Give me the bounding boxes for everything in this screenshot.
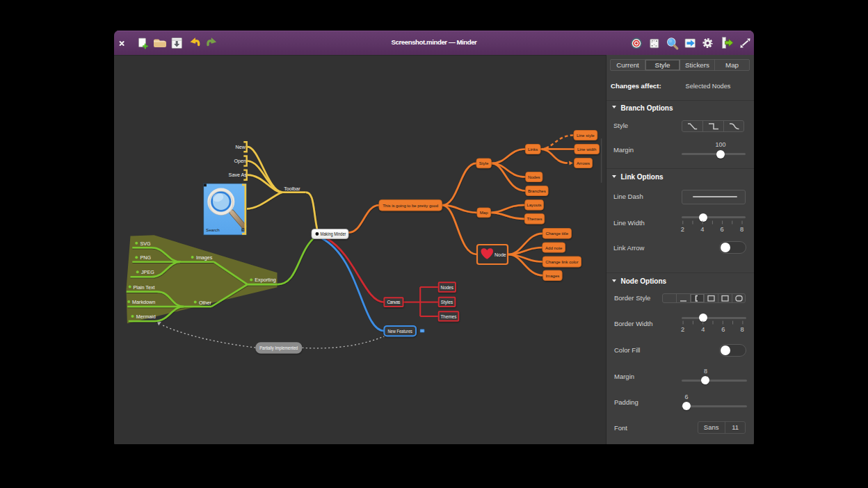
svg-text:Change title: Change title [546, 231, 569, 236]
svg-text:Making Minder: Making Minder [321, 231, 347, 237]
svg-text:JPEG: JPEG [141, 269, 154, 275]
svg-text:This is going to be pretty goo: This is going to be pretty good [383, 203, 439, 208]
svg-text:Other: Other [199, 300, 212, 306]
svg-text:Toolbar: Toolbar [284, 186, 300, 192]
svg-text:Map: Map [480, 210, 488, 215]
svg-text:Nodes: Nodes [441, 285, 453, 290]
svg-text:Nodes: Nodes [528, 174, 540, 179]
svg-text:Images: Images [545, 273, 559, 278]
svg-text:Images: Images [196, 254, 213, 261]
svg-text:SVG: SVG [140, 241, 152, 247]
svg-text:Mermaid: Mermaid [136, 314, 156, 320]
svg-text:Canvas: Canvas [387, 300, 401, 304]
svg-text:Branches: Branches [528, 188, 546, 193]
svg-text:Style: Style [479, 161, 489, 165]
svg-text:Styles: Styles [441, 300, 453, 305]
svg-text:Search: Search [206, 227, 220, 232]
svg-text:Themes: Themes [527, 216, 542, 221]
svg-text:New Features: New Features [387, 329, 412, 334]
svg-text:Open: Open [234, 158, 247, 164]
svg-text:Change link color: Change link color [545, 259, 578, 264]
svg-text:Plain Text: Plain Text [134, 284, 155, 291]
svg-text:Save As: Save As [229, 172, 248, 178]
svg-text:Themes: Themes [440, 314, 456, 319]
svg-text:Node: Node [495, 252, 506, 257]
svg-text:Line width: Line width [577, 147, 596, 152]
svg-text:Arrows: Arrows [577, 161, 590, 165]
svg-text:New: New [236, 144, 246, 150]
svg-text:Links: Links [528, 147, 538, 152]
svg-text:Markdown: Markdown [132, 299, 155, 305]
svg-text:Partially Implemented: Partially Implemented [259, 345, 298, 351]
svg-text:Exporting: Exporting [255, 277, 275, 283]
svg-text:Layouts: Layouts [527, 202, 541, 207]
svg-text:Add note: Add note [545, 245, 563, 250]
svg-text:Line style: Line style [577, 133, 595, 138]
svg-text:PNG: PNG [140, 254, 152, 261]
